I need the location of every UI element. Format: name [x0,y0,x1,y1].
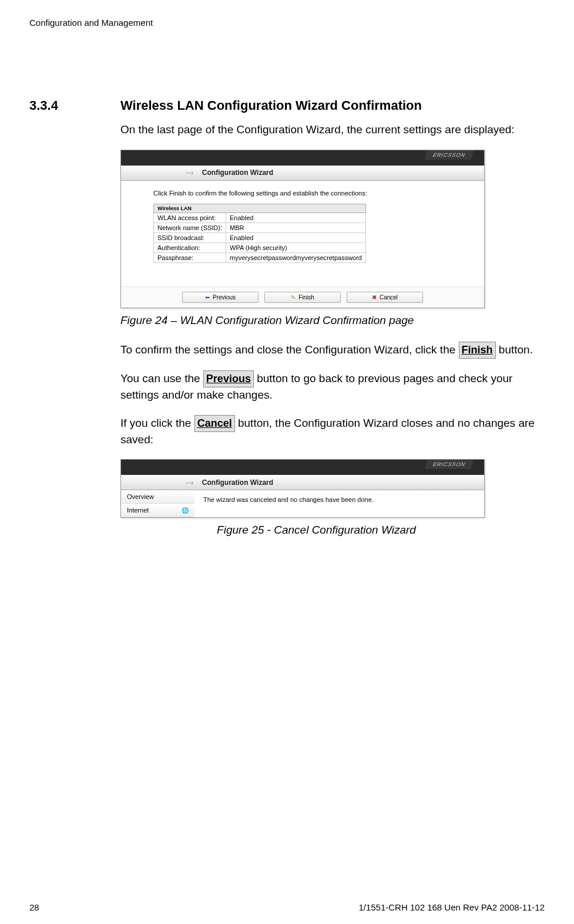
figure-caption-24: Figure 24 – WLAN Configuration Wizard Co… [120,314,545,327]
previous-paragraph: You can use the Previous button to go ba… [120,370,545,403]
screenshot-topbar: ERICSSON [121,150,484,166]
table-row: Passphrase: myverysecretpasswordmyveryse… [154,252,366,262]
cancel-message: The wizard was canceled and no changes h… [194,490,484,517]
wizard-title: Configuration Wizard [202,478,273,487]
confirm-paragraph: To confirm the settings and close the Co… [120,342,545,359]
ericsson-logo: ERICSSON [425,150,474,160]
setting-label: Authentication: [154,242,226,252]
text-segment: If you click the [120,417,194,429]
setting-value: Enabled [226,232,366,242]
setting-value: myverysecretpasswordmyverysecretpassword [226,252,366,262]
intro-paragraph: On the last page of the Configuration Wi… [120,122,545,138]
setting-value: Enabled [226,213,366,222]
breadcrumb: ···› Configuration Wizard [121,166,484,181]
finish-button-label: Finish [298,294,314,301]
arrow-left-icon: ⬅ [205,294,210,301]
sidebar-item-label: Overview [127,493,154,500]
screenshot-body: Overview Internet 🌐 The wizard was cance… [121,490,484,517]
wizard-button-bar: ⬅ Previous ✎ Finish ✖ Cancel [121,286,484,308]
setting-value: WPA (High security) [226,242,366,252]
doc-reference: 1/1551-CRH 102 168 Uen Rev PA2 2008-11-1… [358,902,545,912]
cancel-button[interactable]: ✖ Cancel [347,292,423,303]
sidebar-item-label: Internet [127,507,149,514]
text-segment: To confirm the settings and close the Co… [120,343,459,356]
previous-button-label: Previous [213,294,236,301]
wizard-instruction: Click Finish to confirm the following se… [153,190,475,197]
section-title: Wireless LAN Configuration Wizard Confir… [120,98,422,113]
setting-label: WLAN access point: [154,213,226,222]
ericsson-logo: ERICSSON [425,460,474,469]
sidebar: Overview Internet 🌐 [121,490,194,517]
table-row: WLAN access point: Enabled [154,213,366,222]
globe-icon: 🌐 [182,507,189,514]
previous-button[interactable]: ⬅ Previous [182,292,259,303]
close-icon: ✖ [372,294,377,301]
cancel-button-label: Cancel [380,294,398,301]
page-footer: 28 1/1551-CRH 102 168 Uen Rev PA2 2008-1… [29,902,545,912]
wizard-title: Configuration Wizard [202,168,273,177]
page-header: Configuration and Management [29,18,545,28]
screenshot-canceled: ERICSSON ···› Configuration Wizard Overv… [120,459,485,518]
text-segment: button. [496,343,533,356]
table-row: Network name (SSID): MBR [154,222,366,232]
setting-label: Network name (SSID): [154,222,226,232]
section-heading-row: 3.3.4 Wireless LAN Configuration Wizard … [29,98,545,113]
breadcrumb: ···› Configuration Wizard [121,475,484,490]
finish-button-ref: Finish [459,342,496,359]
section-number: 3.3.4 [29,98,120,113]
table-row: Authentication: WPA (High security) [154,242,366,252]
screenshot-confirmation: ERICSSON ···› Configuration Wizard Click… [120,150,485,308]
wizard-content: Click Finish to confirm the following se… [121,181,484,286]
page-number: 28 [29,902,39,912]
text-segment: You can use the [120,372,203,385]
table-header: Wireless LAN [154,204,366,213]
breadcrumb-dots-icon: ···› [186,479,193,486]
breadcrumb-dots-icon: ···› [186,169,193,176]
sidebar-item-internet[interactable]: Internet 🌐 [121,504,194,517]
setting-value: MBR [226,222,366,232]
settings-table: Wireless LAN WLAN access point: Enabled … [153,204,366,263]
screenshot-topbar: ERICSSON [121,460,484,475]
pencil-icon: ✎ [291,294,296,301]
cancel-paragraph: If you click the Cancel button, the Conf… [120,415,545,448]
setting-label: Passphrase: [154,252,226,262]
previous-button-ref: Previous [203,370,254,387]
cancel-button-ref: Cancel [194,415,235,432]
finish-button[interactable]: ✎ Finish [264,292,341,303]
figure-caption-25: Figure 25 - Cancel Configuration Wizard [88,524,545,537]
sidebar-item-overview[interactable]: Overview [121,490,194,504]
table-row: SSID broadcast: Enabled [154,232,366,242]
setting-label: SSID broadcast: [154,232,226,242]
